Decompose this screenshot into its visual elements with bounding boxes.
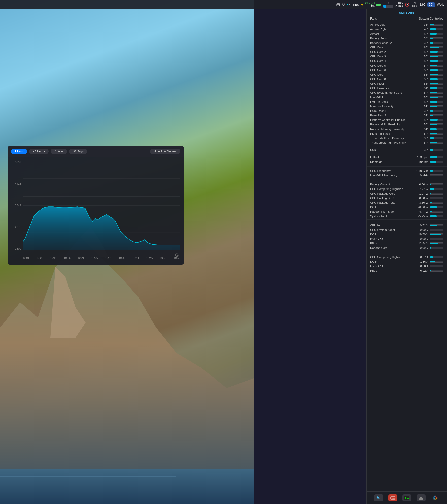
- btn-30days[interactable]: 30 Days: [69, 149, 87, 154]
- sensor-bar-container: [430, 92, 443, 94]
- hide-sensor-button[interactable]: Hide This Sensor: [150, 149, 180, 154]
- svg-marker-22: [419, 496, 423, 499]
- sensor-name: CPU System Agent Core: [370, 91, 418, 94]
- sensor-name: CPU PECI: [370, 82, 418, 85]
- sensor-row: Battery Sensor 1 34°: [367, 36, 447, 41]
- sensor-name: Intel GPU: [370, 96, 418, 99]
- cpu-icon-menubar[interactable]: [336, 3, 340, 7]
- btn-1hour[interactable]: 1 Hour: [11, 149, 27, 154]
- sensor-name: Rightside: [370, 160, 416, 163]
- sensor-row: Platform Controller Hub Die 55°: [367, 118, 447, 122]
- sensor-name: Airflow Right: [370, 28, 418, 31]
- y-label-2675: 2675: [9, 226, 21, 229]
- eject-icon[interactable]: [417, 494, 426, 501]
- network-indicator[interactable]: 1 KB/s 2 KB/s: [395, 2, 403, 7]
- svg-rect-20: [404, 496, 409, 500]
- istatmenus-menubar-icon[interactable]: [405, 3, 410, 7]
- bluetooth-icon-menubar[interactable]: [342, 3, 345, 7]
- date-display[interactable]: Wed,: [437, 3, 444, 6]
- sensor-bar-container: [430, 33, 443, 35]
- sensor-value: 0.00 V: [419, 228, 428, 231]
- sensor-bar-container: [430, 156, 443, 158]
- power-icon-menubar[interactable]: [361, 3, 363, 7]
- sensor-name: CPU Package GPU: [370, 197, 418, 200]
- sensor-value: 55°: [419, 118, 428, 121]
- sensor-value: 36°: [419, 23, 428, 26]
- svg-line-32: [177, 255, 178, 256]
- sensor-name: CPU Package Total: [370, 201, 418, 204]
- sensor-bar-container: [430, 202, 443, 204]
- activity-monitor-icon[interactable]: [374, 494, 383, 501]
- terminal-icon[interactable]: [402, 494, 411, 501]
- sensor-name: CPU Core 6: [370, 69, 418, 72]
- wifi-icon-menubar[interactable]: [347, 4, 350, 5]
- sensor-value: 34°: [419, 37, 428, 40]
- sensor-value: 1704rpm: [417, 160, 428, 163]
- sensor-row: CPU Package GPU 0.00 W: [367, 196, 447, 200]
- sensor-row: Radeon GPU Proximity 53°: [367, 122, 447, 127]
- temperature-section: Airflow Left 36° Airflow Right 48° Airpo…: [367, 21, 447, 146]
- sensor-value: 54°: [419, 87, 428, 90]
- menubar: 1:55 Charged 100% CU 1 KB/s: [0, 0, 447, 9]
- sensors-toolbar: NVIDIA: [367, 491, 447, 504]
- sensor-name: Battery Sensor 2: [370, 41, 418, 44]
- sensor-name: Palm Rest 1: [370, 109, 418, 112]
- wifi-n: N: [414, 2, 416, 5]
- frequencies-section: CPU Frequency 1.70 GHz Intel GPU Frequen…: [367, 168, 447, 179]
- menubar-time[interactable]: 1:55: [352, 3, 359, 7]
- cpu-value-display[interactable]: 1.95: [420, 3, 425, 6]
- ssd-bar: [430, 149, 443, 151]
- sensor-row: CPU Computing Highside 7.27 W: [367, 187, 447, 191]
- istatmenus-icon[interactable]: [431, 494, 440, 501]
- sensor-value: 19.70 V: [418, 233, 428, 236]
- sensor-bar-container: [430, 233, 443, 235]
- y-label-1800: 1800: [9, 247, 21, 250]
- sensor-value: 54°: [419, 132, 428, 135]
- wifi-n-indicator[interactable]: N 1839: [412, 2, 417, 7]
- sensor-value: 48°: [419, 28, 428, 31]
- sensor-name: Battery Current: [370, 183, 418, 186]
- fans-label: Fans: [370, 17, 377, 20]
- sensors-panel: SENSORS Fans System Controlled Airflow L…: [366, 9, 447, 504]
- sensor-row: System Total 25.75 W: [367, 214, 447, 218]
- sensor-row: CPU Proximity 54°: [367, 86, 447, 90]
- cpu-value: 1.95: [420, 3, 425, 6]
- battery-percent: 100%: [368, 5, 375, 7]
- btn-24hours[interactable]: 24 Hours: [29, 149, 49, 154]
- sensor-name: CPU Core 4: [370, 59, 418, 62]
- sensor-bar-container: [430, 24, 443, 26]
- sensor-value: 51°: [419, 128, 428, 131]
- chart-x-labels: 10:01 10:06 10:11 10:16 10:21 10:26 10:3…: [23, 256, 180, 259]
- x-label-1: 10:06: [37, 256, 43, 259]
- sensor-bar-container: [430, 105, 443, 107]
- sensor-name: Intel GPU: [370, 237, 418, 240]
- gpu-icon[interactable]: NVIDIA: [388, 494, 397, 501]
- sensor-bar-container: [430, 197, 443, 199]
- sensor-row: Palm Rest 2 32°: [367, 113, 447, 118]
- sensor-row: Airflow Left 36°: [367, 22, 447, 27]
- sensor-row: CPU System Agent Core 54°: [367, 90, 447, 95]
- sensor-name: Platform Controller Hub Die: [370, 118, 418, 121]
- sensor-bar-container: [430, 215, 443, 217]
- sensor-name: CPU Frequency: [370, 169, 415, 172]
- sensor-name: Radeon Memory Proximity: [370, 128, 418, 131]
- sensor-value: 54°: [419, 141, 428, 144]
- btn-7days[interactable]: 7 Days: [51, 149, 67, 154]
- sensor-row: CPU Core 5 54°: [367, 63, 447, 68]
- sensor-row: CPU Core 2 55°: [367, 50, 447, 54]
- sensor-value: 55°: [419, 50, 428, 53]
- sensor-bar-container: [430, 65, 443, 67]
- svg-rect-3: [0, 469, 254, 504]
- sensor-value: 54°: [419, 64, 428, 67]
- temp-badge[interactable]: 56°: [427, 2, 435, 7]
- ssd-section: SSD 35°: [367, 146, 447, 154]
- sensor-row: CPU IA 0.71 V: [367, 223, 447, 228]
- battery-indicator[interactable]: Charged 100%: [365, 2, 381, 7]
- sensor-row: CPU Core 4 56°: [367, 59, 447, 63]
- sensor-row: PBus 12.84 V: [367, 241, 447, 246]
- menubar-icons: 1:55 Charged 100% CU 1 KB/s: [336, 2, 444, 8]
- y-label-5297: 5297: [9, 161, 21, 164]
- cpu-load-display[interactable]: CU: [383, 2, 393, 8]
- sensor-row: DC In 26.86 W: [367, 205, 447, 209]
- sensor-name: CPU Core 1: [370, 46, 418, 49]
